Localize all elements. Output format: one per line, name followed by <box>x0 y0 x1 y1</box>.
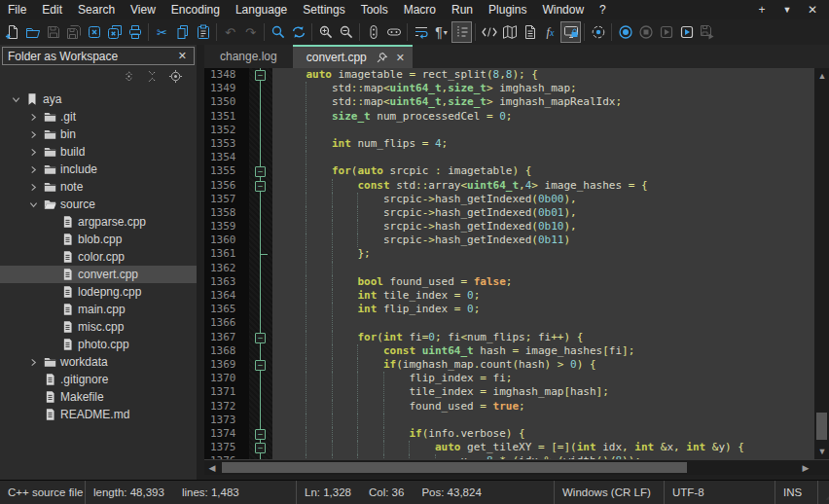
menu-item-tools[interactable]: Tools <box>353 1 396 18</box>
scroll-left-icon[interactable]: ◀ <box>204 460 220 476</box>
tree-item-build[interactable]: build <box>0 143 197 161</box>
tree-item-note[interactable]: note <box>0 178 197 196</box>
horizontal-scroll-thumb[interactable] <box>222 462 687 473</box>
macro-run-multiple-icon[interactable] <box>676 21 697 43</box>
tree-item-bin[interactable]: bin <box>0 126 197 143</box>
fold-collapse-marker[interactable]: − <box>249 441 272 454</box>
macro-record-icon[interactable] <box>615 21 635 43</box>
tree-item-main-cpp[interactable]: main.cpp <box>0 301 197 318</box>
encoding-label[interactable]: UTF-8 <box>672 486 704 498</box>
tree-item-workdata[interactable]: workdata <box>0 353 197 371</box>
fold-collapse-marker[interactable]: − <box>249 358 272 372</box>
expand-all-icon[interactable] <box>122 69 136 88</box>
copy-icon[interactable] <box>172 21 193 43</box>
pin-icon[interactable] <box>376 52 388 64</box>
menu-item-window[interactable]: Window <box>534 1 592 18</box>
horizontal-scrollbar[interactable]: ◀ ▶ <box>204 460 813 475</box>
menu-item-[interactable]: ? <box>592 1 614 18</box>
tree-item-color-cpp[interactable]: color.cpp <box>0 248 197 266</box>
tab-list-dropdown-icon[interactable]: ▼ <box>776 5 798 15</box>
sync-vertical-scroll-icon[interactable] <box>363 21 383 43</box>
eol-format-label[interactable]: Windows (CR LF) <box>562 486 651 498</box>
fold-margin[interactable]: −−−−−−− <box>249 68 272 459</box>
macro-save-icon[interactable] <box>697 21 717 43</box>
vertical-scroll-thumb[interactable] <box>816 413 827 440</box>
menu-item-run[interactable]: Run <box>444 1 481 18</box>
vertical-scrollbar[interactable]: ▲ ▼ <box>813 68 829 459</box>
tree-item-argparse-cpp[interactable]: argparse.cpp <box>0 213 197 231</box>
undo-icon[interactable]: ↶ <box>220 21 240 43</box>
save-icon[interactable] <box>43 21 63 43</box>
close-all-icon[interactable] <box>104 21 125 43</box>
zoom-in-icon[interactable] <box>315 21 336 43</box>
collapse-all-icon[interactable] <box>145 69 160 88</box>
macro-play-icon[interactable] <box>656 21 676 43</box>
menu-item-encoding[interactable]: Encoding <box>163 1 228 18</box>
paste-icon[interactable] <box>193 21 213 43</box>
tree-item-readme-md[interactable]: README.md <box>0 406 197 423</box>
tree-item--git[interactable]: .git <box>0 108 197 126</box>
menu-item-settings[interactable]: Settings <box>295 1 352 18</box>
tree-item-include[interactable]: include <box>0 161 197 178</box>
tree-item--gitignore[interactable]: .gitignore <box>0 371 197 388</box>
chevron-right-icon[interactable] <box>25 130 41 139</box>
zoom-out-icon[interactable] <box>336 21 356 43</box>
print-icon[interactable] <box>125 21 145 43</box>
open-file-icon[interactable] <box>22 21 43 43</box>
scroll-right-icon[interactable]: ▶ <box>798 460 813 476</box>
tree-item-misc-cpp[interactable]: misc.cpp <box>0 318 197 336</box>
new-tab-button[interactable]: + <box>751 3 773 17</box>
tree-item-photo-cpp[interactable]: photo.cpp <box>0 336 197 353</box>
chevron-right-icon[interactable] <box>25 148 41 157</box>
menu-item-view[interactable]: View <box>123 1 163 18</box>
chevron-down-icon[interactable] <box>25 200 41 209</box>
new-file-icon[interactable] <box>2 21 22 43</box>
cut-icon[interactable]: ✂ <box>152 21 172 43</box>
tree-item-aya[interactable]: aya <box>0 90 197 108</box>
fold-collapse-marker[interactable]: − <box>249 427 272 441</box>
tree-item-source[interactable]: source <box>0 196 197 213</box>
close-file-icon[interactable] <box>84 21 104 43</box>
resize-grip[interactable] <box>818 481 829 504</box>
tree-item-makefile[interactable]: Makefile <box>0 388 197 406</box>
word-wrap-icon[interactable] <box>411 21 431 43</box>
redo-icon[interactable]: ↷ <box>240 21 261 43</box>
macro-stop-icon[interactable] <box>635 21 656 43</box>
fold-collapse-marker[interactable]: − <box>249 331 272 344</box>
save-all-icon[interactable] <box>63 21 84 43</box>
menu-item-search[interactable]: Search <box>70 1 123 18</box>
menu-item-plugins[interactable]: Plugins <box>481 1 534 18</box>
define-language-icon[interactable] <box>479 21 499 43</box>
insert-mode-label[interactable]: INS <box>783 486 802 498</box>
document-list-icon[interactable] <box>520 21 540 43</box>
fold-collapse-marker[interactable]: − <box>249 68 272 82</box>
panel-close-icon[interactable]: ✕ <box>171 50 194 62</box>
fold-collapse-marker[interactable]: − <box>249 179 272 193</box>
window-close-button[interactable]: ✕ <box>802 3 823 17</box>
tree-item-convert-cpp[interactable]: convert.cpp <box>0 266 197 283</box>
show-indent-guide-icon[interactable] <box>451 21 472 43</box>
tree-item-lodepng-cpp[interactable]: lodepng.cpp <box>0 283 197 301</box>
sync-horizontal-scroll-icon[interactable] <box>383 21 404 43</box>
tab-convert-cpp[interactable]: convert.cpp ✕ <box>293 45 413 68</box>
locate-current-file-icon[interactable] <box>168 69 183 88</box>
view-monitoring-icon[interactable] <box>588 21 608 43</box>
tree-item-blob-cpp[interactable]: blob.cpp <box>0 231 197 248</box>
scroll-down-icon[interactable]: ▼ <box>814 444 829 459</box>
chevron-right-icon[interactable] <box>25 358 41 367</box>
panel-splitter[interactable] <box>197 45 204 480</box>
replace-icon[interactable] <box>288 21 308 43</box>
menu-item-macro[interactable]: Macro <box>396 1 444 18</box>
tab-close-icon[interactable]: ✕ <box>396 52 405 64</box>
monitor-file-icon[interactable] <box>560 21 581 43</box>
fold-collapse-marker[interactable]: − <box>249 164 272 178</box>
document-map-icon[interactable] <box>499 21 520 43</box>
find-icon[interactable] <box>268 21 288 43</box>
chevron-down-icon[interactable] <box>8 95 23 104</box>
chevron-right-icon[interactable] <box>25 183 41 192</box>
menu-item-edit[interactable]: Edit <box>34 1 70 18</box>
chevron-right-icon[interactable] <box>25 165 41 174</box>
chevron-right-icon[interactable] <box>25 113 41 122</box>
scroll-up-icon[interactable]: ▲ <box>814 68 829 84</box>
show-all-characters-icon[interactable]: ¶▾ <box>431 21 451 43</box>
